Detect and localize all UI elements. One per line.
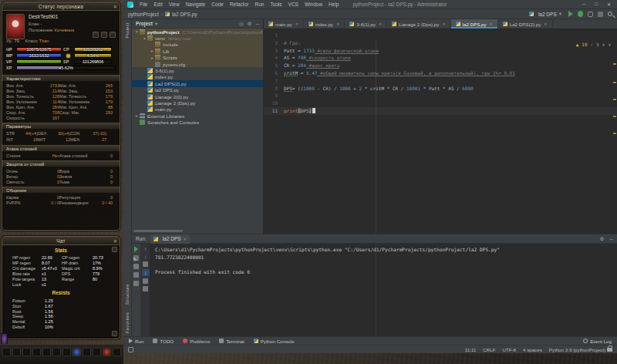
- editor-tab-la2-dps-py[interactable]: la2 DPS.py✕: [451, 19, 498, 29]
- tree-item-3-6-1-py[interactable]: 3-6(1).py: [132, 67, 263, 73]
- hotbar-slot[interactable]: [42, 348, 51, 356]
- gear-icon[interactable]: ⚙: [600, 236, 605, 242]
- console-output[interactable]: C:\Users\d1\PycharmProjects\pythonProjec…: [155, 246, 614, 275]
- breadcrumb-item-pythonproject[interactable]: pythonProject: [128, 12, 159, 17]
- char-button-3[interactable]: [110, 32, 116, 38]
- tree-item-pyvenv-cfg[interactable]: pyvenv.cfg: [132, 61, 263, 67]
- event-log-button[interactable]: Event Log: [583, 339, 612, 344]
- menu-navigate[interactable]: Navigate: [183, 2, 209, 7]
- hide-panel-icon[interactable]: ─: [609, 236, 613, 242]
- code-editor[interactable]: 1234567891011 # Где:Patt = 1733 #сила фи…: [264, 29, 617, 234]
- sidebar-tab-favorites[interactable]: Favorites: [125, 312, 130, 333]
- tree-item-include[interactable]: Include: [132, 42, 263, 48]
- tree-item-main-py[interactable]: main.py: [132, 106, 263, 113]
- hotbar-slot[interactable]: [83, 348, 91, 356]
- run-configuration-select[interactable]: la2 DPS ▾: [527, 11, 564, 17]
- hotbar-slot[interactable]: [93, 348, 101, 356]
- toolwindow-toggle-icon[interactable]: [128, 347, 133, 352]
- menu-run[interactable]: Run: [251, 2, 267, 7]
- tree-item-pythonproject[interactable]: ▾pythonProjectC:\Users\d1\PycharmProject…: [132, 29, 263, 35]
- stop-button[interactable]: [598, 12, 603, 17]
- code-line[interactable]: [284, 99, 611, 107]
- sidebar-tab-project[interactable]: Project: [125, 22, 130, 39]
- code-line[interactable]: critM = 5.47 #общий множитель силы крита…: [284, 69, 611, 77]
- up-stack-icon[interactable]: ↑: [144, 246, 147, 251]
- chat-options-button[interactable]: [112, 331, 117, 336]
- chevron-down-icon[interactable]: ▾: [134, 29, 140, 34]
- breadcrumb-item-la2-dps-py[interactable]: la2 DPS.py: [172, 12, 197, 17]
- menu-code[interactable]: Code: [208, 2, 227, 7]
- hotbar-slot[interactable]: [103, 348, 111, 356]
- editor-tab-main-py[interactable]: main.py✕: [264, 19, 304, 29]
- code-line[interactable]: AS = 708 #скорость атаки: [284, 54, 611, 62]
- toolwindow-button-terminal[interactable]: Terminal: [219, 339, 244, 344]
- close-tab-icon[interactable]: ✕: [295, 22, 298, 26]
- hotbar-slot[interactable]: [32, 348, 41, 356]
- close-tab-icon[interactable]: ✕: [336, 22, 339, 26]
- hotbar-slot[interactable]: [12, 348, 21, 356]
- tree-item-external-libraries[interactable]: ▸External Libraries: [132, 113, 263, 119]
- close-tab-icon[interactable]: ✕: [379, 22, 382, 26]
- status-item-11-11[interactable]: 11:11: [465, 347, 477, 352]
- prev-issue-icon[interactable]: ∧: [602, 42, 605, 47]
- restore-layout-icon[interactable]: [133, 272, 139, 278]
- menu-vcs[interactable]: VCS: [285, 2, 302, 7]
- tree-item-lib[interactable]: ▸Lib: [132, 48, 263, 54]
- code-line[interactable]: [284, 92, 611, 99]
- search-icon[interactable]: [608, 12, 612, 16]
- gear-icon[interactable]: ⚙: [248, 21, 252, 27]
- menu-help[interactable]: Help: [325, 2, 342, 7]
- debug-button[interactable]: [578, 11, 583, 17]
- tree-item-scratches-and-consoles[interactable]: Scratches and Consoles: [132, 119, 263, 125]
- tree-item-la2-dps-2-py[interactable]: La2 DPS(2).py: [132, 80, 263, 86]
- horizontal-scrollbar[interactable]: [133, 230, 183, 232]
- run-button[interactable]: [568, 11, 573, 17]
- code-line[interactable]: [284, 32, 611, 39]
- next-issue-icon[interactable]: ∨: [608, 42, 611, 47]
- clear-console-icon[interactable]: [143, 286, 148, 292]
- run-tab[interactable]: la2 DPS ✕: [150, 234, 190, 244]
- editor-tab-la2-dps-2-py[interactable]: La2 DPS(2).py✕: [498, 19, 553, 29]
- chat-expand-button[interactable]: [112, 247, 117, 252]
- code-line[interactable]: [284, 77, 611, 85]
- stop-icon[interactable]: [133, 264, 139, 269]
- error-stripe[interactable]: [613, 42, 616, 232]
- lock-icon[interactable]: [607, 348, 612, 352]
- hotbar-slot[interactable]: [22, 348, 31, 356]
- tree-item-index-py[interactable]: index.py: [132, 74, 263, 80]
- rerun-button[interactable]: [134, 246, 138, 252]
- hide-panel-icon[interactable]: ─: [255, 21, 259, 26]
- close-icon[interactable]: ✕: [113, 4, 117, 9]
- pin-icon[interactable]: [133, 281, 139, 286]
- close-tab-icon[interactable]: ✕: [184, 237, 187, 241]
- hotbar-slot[interactable]: [52, 348, 61, 356]
- menu-view[interactable]: View: [166, 2, 183, 7]
- tree-item-venv[interactable]: ▾venvlibrary root: [132, 35, 263, 41]
- soft-wrap-icon[interactable]: [143, 261, 148, 267]
- chat-window[interactable]: Чат ✕ Stats HP regen22.69CP regen20.73MP…: [2, 236, 120, 339]
- inspections-widget[interactable]: ▲ 10 ✓ 5 ∧ ∨: [576, 42, 611, 47]
- char-button-2[interactable]: [101, 32, 107, 38]
- char-button-1[interactable]: [93, 32, 99, 38]
- toolwindow-button-python-console[interactable]: Python Console: [254, 339, 295, 344]
- menu-edit[interactable]: Edit: [150, 2, 165, 7]
- toolwindow-button-run[interactable]: Run: [129, 339, 143, 344]
- chevron-down-icon[interactable]: ▾: [155, 21, 157, 27]
- hotbar-slot[interactable]: [72, 348, 81, 356]
- minimize-icon[interactable]: ─: [582, 2, 585, 7]
- tree-item-lianage-2-0-py[interactable]: Lianage 2(0).py: [132, 93, 263, 99]
- chevron-right-icon[interactable]: ▸: [150, 56, 155, 60]
- sidebar-tab-structure[interactable]: Structure: [125, 284, 130, 305]
- settings-icon[interactable]: [133, 255, 139, 261]
- close-tab-icon[interactable]: ✕: [490, 22, 493, 26]
- menu-refactor[interactable]: Refactor: [227, 2, 252, 7]
- status-item-utf-8[interactable]: UTF-8: [502, 347, 516, 352]
- down-stack-icon[interactable]: ↓: [144, 254, 147, 259]
- status-item-4-spaces[interactable]: 4 spaces: [523, 347, 542, 352]
- code-line[interactable]: # Где:: [284, 39, 611, 47]
- tree-item-scripts[interactable]: ▸Scripts: [132, 55, 263, 61]
- close-icon[interactable]: ✕: [113, 238, 117, 244]
- tree-item-lianage-2-dps-py[interactable]: Lianage 2 (Dps).py: [132, 99, 263, 106]
- print-icon[interactable]: [143, 278, 148, 284]
- character-status-window[interactable]: Статус персонажа ✕ DestrTest901 Клан - П…: [2, 2, 120, 231]
